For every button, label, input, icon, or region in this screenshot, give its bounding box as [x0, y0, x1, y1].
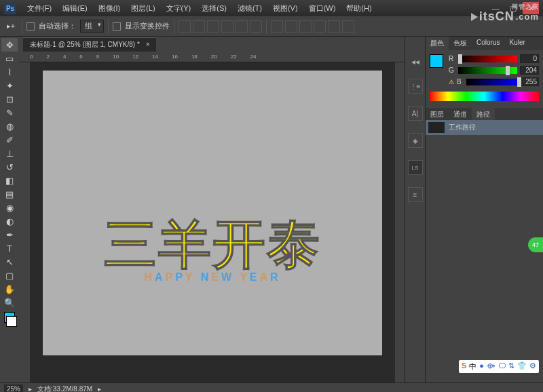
b-slider[interactable] [466, 79, 517, 85]
dist-right-icon[interactable] [342, 20, 354, 33]
dist-hcenter-icon[interactable] [328, 20, 340, 33]
maximize-button[interactable]: ▢ [505, 2, 521, 14]
tab-close-icon[interactable]: × [146, 41, 150, 48]
g-slider[interactable] [458, 67, 517, 74]
tab-swatches[interactable]: 色板 [449, 37, 472, 50]
history-brush-tool[interactable]: ↺ [1, 160, 18, 174]
align-vcenter-icon[interactable] [193, 20, 205, 33]
ime-tray: S 中 ● ⟴ 🖵 ⇅ 👕 ⚙ [459, 360, 539, 373]
tab-color[interactable]: 颜色 [426, 37, 449, 50]
menu-help[interactable]: 帮助(H) [342, 2, 375, 15]
collapse-handle-icon[interactable]: ◂◂ [411, 57, 419, 66]
tab-layers[interactable]: 图层 [426, 108, 449, 120]
stamp-tool[interactable]: ⊥ [1, 146, 18, 160]
tray-lang-icon[interactable]: 中 [469, 361, 476, 372]
ruler-horizontal: 024681012141618202224 [19, 52, 405, 62]
show-transform-checkbox[interactable] [113, 22, 121, 31]
auto-select-label: 自动选择： [39, 21, 76, 31]
menu-image[interactable]: 图像(I) [94, 2, 124, 15]
brush-panel-icon[interactable]: ≡ [408, 187, 423, 202]
align-top-icon[interactable] [179, 20, 191, 33]
gamut-warning-icon[interactable]: ⚠ [449, 79, 454, 85]
history-panel-icon[interactable]: ⋮≡ [408, 79, 423, 94]
brush-tool[interactable]: ✐ [1, 133, 18, 146]
tab-paths[interactable]: 路径 [472, 108, 495, 120]
zoom-tool[interactable]: 🔍 [1, 296, 18, 309]
zoom-level[interactable]: 25% [4, 385, 23, 392]
path-select-tool[interactable]: ↖ [1, 255, 18, 269]
tray-transfer-icon[interactable]: ⇅ [508, 361, 514, 372]
show-transform-label: 显示变换控件 [125, 21, 170, 31]
dist-top-icon[interactable] [271, 20, 283, 33]
main-area: ✥ ▭ ⌇ ✦ ⊡ ✎ ◍ ✐ ⊥ ↺ ◧ ▤ ◉ ◐ ✒ T ↖ ▢ ✋ 🔍 … [0, 37, 543, 383]
tab-colorus[interactable]: Colorus [472, 37, 504, 50]
notification-badge[interactable]: 47 [528, 237, 543, 252]
spectrum-ramp[interactable] [430, 92, 539, 101]
path-item[interactable]: 工作路径 [426, 120, 543, 135]
background-color-swatch[interactable] [6, 316, 17, 327]
lasso-tool[interactable]: ⌇ [1, 65, 18, 79]
chevron-right-icon[interactable]: ▸ [98, 385, 101, 392]
color-preview-swatch[interactable] [430, 54, 443, 68]
canvas[interactable]: 三羊开泰 HAPPY NEW YEAR [43, 71, 382, 355]
character-panel-icon[interactable]: A| [408, 106, 423, 121]
tab-kuler[interactable]: Kuler [504, 37, 529, 50]
hand-tool[interactable]: ✋ [1, 282, 18, 296]
blur-tool[interactable]: ◉ [1, 201, 18, 214]
tray-settings-icon[interactable]: ⚙ [529, 361, 536, 372]
crop-tool[interactable]: ⊡ [1, 92, 18, 106]
g-value[interactable]: 204 [520, 66, 539, 75]
vertical-scrollbar[interactable] [395, 62, 405, 383]
r-slider[interactable] [458, 56, 517, 62]
auto-select-checkbox[interactable] [26, 22, 35, 31]
sub-artwork-text: HAPPY NEW YEAR [43, 271, 382, 283]
tray-skin-icon[interactable]: 👕 [517, 361, 527, 372]
tray-keyboard-icon[interactable]: 🖵 [498, 361, 506, 372]
tray-spiral-icon[interactable]: ⟴ [487, 361, 495, 372]
minimize-button[interactable]: — [487, 2, 504, 14]
align-right-icon[interactable] [250, 20, 262, 33]
eraser-tool[interactable]: ◧ [1, 174, 18, 187]
menu-filter[interactable]: 滤镜(T) [233, 2, 266, 15]
move-tool[interactable]: ✥ [1, 38, 18, 52]
path-name: 工作路径 [449, 123, 476, 132]
align-group [179, 20, 262, 33]
wand-tool[interactable]: ✦ [1, 79, 18, 92]
healing-tool[interactable]: ◍ [1, 119, 18, 133]
menu-edit[interactable]: 编辑(E) [58, 2, 92, 15]
align-hcenter-icon[interactable] [236, 20, 248, 33]
menu-layer[interactable]: 图层(L) [127, 2, 159, 15]
ls-panel-icon[interactable]: LS [408, 160, 423, 175]
r-value[interactable]: 0 [520, 54, 539, 63]
eyedropper-tool[interactable]: ✎ [1, 106, 18, 119]
tray-dot-icon[interactable]: ● [479, 361, 484, 372]
dodge-tool[interactable]: ◐ [1, 214, 18, 228]
color-panel: R 0 G 204 ⚠ B 255 [426, 50, 543, 108]
close-button[interactable]: ✕ [523, 2, 539, 14]
align-left-icon[interactable] [221, 20, 233, 33]
menu-type[interactable]: 文字(Y) [162, 2, 195, 15]
chevron-right-icon[interactable]: ▸ [29, 385, 32, 392]
tray-sogou-icon[interactable]: S [462, 361, 466, 372]
canvas-row: 三羊开泰 HAPPY NEW YEAR [19, 62, 405, 383]
menu-window[interactable]: 窗口(W) [305, 2, 340, 15]
b-value[interactable]: 255 [520, 77, 539, 86]
dist-left-icon[interactable] [314, 20, 326, 33]
shape-tool[interactable]: ▢ [1, 269, 18, 282]
document-tab[interactable]: 未标题-1 @ 25% (图层 1, CMYK/8) * × [23, 37, 156, 52]
auto-select-dropdown[interactable]: 组 [80, 20, 104, 33]
pen-tool[interactable]: ✒ [1, 228, 18, 241]
menu-select[interactable]: 选择(S) [198, 2, 231, 15]
separator [174, 19, 174, 34]
dist-vcenter-icon[interactable] [285, 20, 297, 33]
marquee-tool[interactable]: ▭ [1, 52, 18, 65]
tab-channels[interactable]: 通道 [449, 108, 472, 120]
align-bottom-icon[interactable] [207, 20, 219, 33]
text-tool[interactable]: T [1, 241, 18, 255]
gradient-tool[interactable]: ▤ [1, 187, 18, 201]
layers-panel-icon[interactable]: ◈ [408, 133, 423, 148]
menu-file[interactable]: 文件(F) [23, 2, 56, 15]
dist-bottom-icon[interactable] [299, 20, 312, 33]
menu-view[interactable]: 视图(V) [269, 2, 302, 15]
canvas-viewport[interactable]: 三羊开泰 HAPPY NEW YEAR [30, 62, 395, 383]
